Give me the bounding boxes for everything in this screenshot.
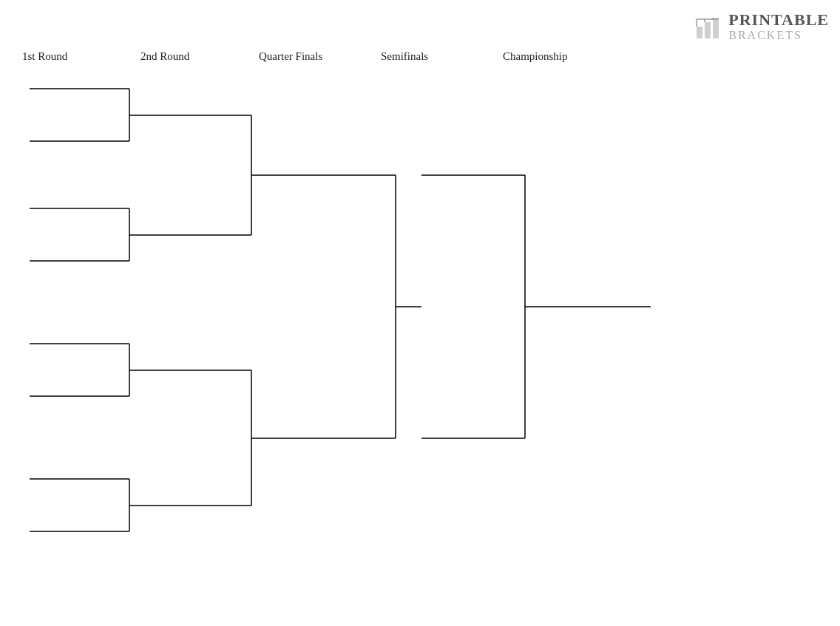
logo: PRINTABLE BRACKETS	[693, 11, 829, 42]
logo-text: PRINTABLE BRACKETS	[728, 11, 829, 42]
round-header-3: Quarter Finals	[259, 50, 381, 63]
round-headers: 1st Round 2nd Round Quarter Finals Semif…	[22, 50, 673, 63]
logo-brackets: BRACKETS	[728, 29, 829, 42]
logo-printable: PRINTABLE	[728, 11, 829, 29]
svg-rect-2	[713, 18, 719, 38]
svg-rect-0	[697, 27, 702, 38]
logo-icon	[693, 12, 722, 41]
round-header-4: Semifinals	[381, 50, 503, 63]
svg-rect-1	[705, 22, 711, 38]
bracket: line, path { stroke: #000; stroke-width:…	[15, 74, 791, 613]
round-header-5: Championship	[503, 50, 621, 63]
round-header-2: 2nd Round	[140, 50, 259, 63]
round-header-1: 1st Round	[22, 50, 140, 63]
